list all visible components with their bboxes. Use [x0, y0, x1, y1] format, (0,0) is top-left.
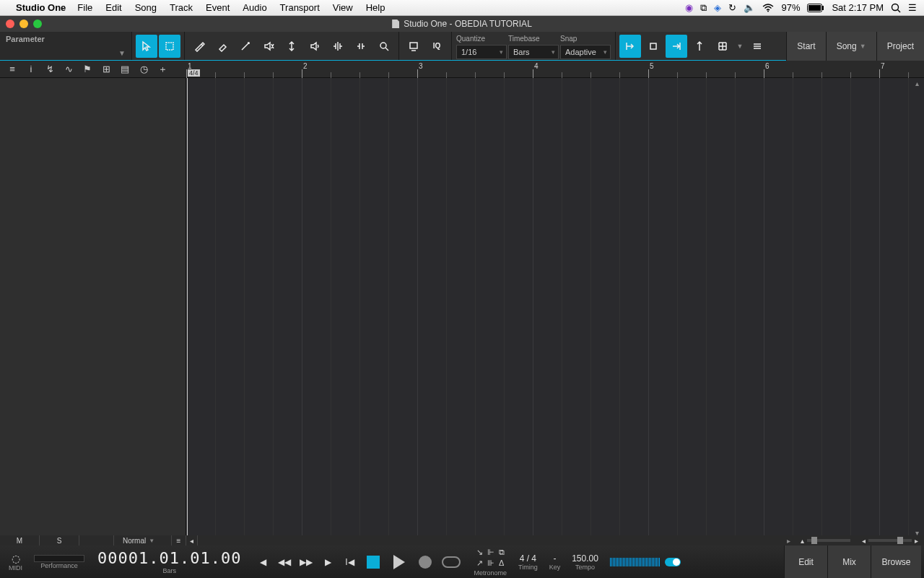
preroll-icon[interactable]: ↘: [476, 548, 483, 557]
start-page-button[interactable]: Start: [786, 32, 825, 61]
menu-track[interactable]: Track: [170, 2, 193, 13]
loop-button[interactable]: [440, 551, 462, 573]
snap-select[interactable]: Adaptive: [560, 45, 611, 59]
bend-tool[interactable]: [281, 35, 302, 58]
return-to-zero-button[interactable]: I◀: [341, 553, 358, 571]
tempo-display[interactable]: 150.00 Tempo: [566, 545, 604, 578]
iq-button[interactable]: IQ: [426, 35, 448, 58]
pool-tool[interactable]: [403, 35, 424, 58]
menu-transport[interactable]: Transport: [280, 2, 320, 13]
strip-silence-tool[interactable]: [327, 35, 349, 58]
macro-tool[interactable]: [350, 35, 372, 58]
timecode-display[interactable]: 00001.01.01.00 Bars: [90, 549, 248, 574]
sync-icon[interactable]: ◉: [685, 2, 693, 13]
envelope-icon[interactable]: ∿: [59, 61, 78, 77]
add-track-icon[interactable]: ＋: [153, 61, 172, 77]
record-button[interactable]: [414, 551, 436, 573]
bar-marker: 7: [881, 62, 885, 70]
timebase-select[interactable]: Bars: [508, 45, 559, 59]
timesig-flag[interactable]: 4/4: [188, 69, 200, 77]
bar-marker: 2: [303, 62, 308, 70]
go-to-end-button[interactable]: ▶: [319, 553, 336, 571]
performance-meter[interactable]: Performance: [28, 545, 90, 578]
precount-icon[interactable]: ⧉: [499, 548, 505, 557]
track-list-icon[interactable]: ≡: [3, 61, 22, 77]
list-icon[interactable]: ≡: [172, 535, 186, 545]
edit-view-button[interactable]: Edit: [784, 545, 827, 578]
app-name[interactable]: Studio One: [16, 2, 66, 13]
svg-rect-3: [808, 5, 821, 11]
nav-right-icon[interactable]: ▸: [783, 537, 795, 545]
snap-toggle[interactable]: [642, 35, 664, 58]
folder-icon[interactable]: ▤: [116, 61, 134, 77]
mute-all-button[interactable]: M: [0, 535, 40, 545]
uad-icon[interactable]: ◈: [714, 2, 721, 13]
follow-button[interactable]: [666, 35, 687, 58]
menu-list-icon[interactable]: ☰: [908, 2, 917, 13]
automation-icon[interactable]: ↯: [40, 61, 59, 77]
project-page-button[interactable]: Project: [876, 32, 924, 61]
menu-song[interactable]: Song: [135, 2, 157, 13]
autoscroll-button[interactable]: [619, 35, 641, 58]
solo-all-button[interactable]: S: [40, 535, 79, 545]
timeline-ruler[interactable]: 1 4/4 2 3 4 5 6 7: [186, 61, 924, 78]
master-mute-toggle[interactable]: [665, 558, 681, 566]
arrange-grid[interactable]: ▴ ▾: [186, 78, 924, 538]
minimize-button[interactable]: [19, 20, 28, 28]
zoom-horizontal[interactable]: ◂▸: [856, 537, 924, 545]
mix-view-button[interactable]: Mix: [827, 545, 871, 578]
group-icon[interactable]: ⊞: [97, 61, 116, 77]
count-icon[interactable]: ⊪: [487, 558, 494, 568]
draw-tool[interactable]: [188, 35, 210, 58]
go-to-end-back-button[interactable]: ◀: [254, 553, 271, 571]
menu-help[interactable]: Help: [366, 2, 385, 13]
menu-file[interactable]: File: [77, 2, 92, 13]
song-page-button[interactable]: Song▼: [826, 32, 876, 61]
menu-audio[interactable]: Audio: [243, 2, 266, 13]
mute-tool[interactable]: [258, 35, 279, 58]
parameter-display[interactable]: Parameter ▼: [0, 32, 131, 60]
svg-rect-8: [410, 43, 417, 48]
maximize-button[interactable]: [33, 20, 42, 28]
performance-bar: [34, 555, 84, 562]
menu-event[interactable]: Event: [206, 2, 230, 13]
spotlight-icon[interactable]: [891, 3, 901, 13]
listen-tool[interactable]: [304, 35, 326, 58]
eraser-tool[interactable]: [212, 35, 233, 58]
arrow-tool[interactable]: [136, 35, 157, 58]
close-button[interactable]: [6, 20, 14, 28]
menu-view[interactable]: View: [333, 2, 353, 13]
timesig-display[interactable]: 4 / 4 Timing: [513, 545, 544, 578]
autopunch-icon[interactable]: ⊩: [487, 548, 494, 557]
zoom-vertical[interactable]: ▴: [795, 537, 856, 545]
marker-button[interactable]: [689, 35, 710, 58]
document-icon: [392, 20, 399, 28]
stop-button[interactable]: [362, 551, 384, 573]
volume-icon[interactable]: 🔈: [744, 2, 755, 13]
rewind-button[interactable]: ◀◀: [276, 553, 293, 571]
quantize-select[interactable]: 1/16: [456, 45, 507, 59]
range-tool[interactable]: [159, 35, 180, 58]
flag-icon[interactable]: ⚑: [78, 61, 97, 77]
height-select[interactable]: Normal▼: [114, 535, 172, 545]
wifi-icon[interactable]: [762, 4, 774, 12]
dropbox-icon[interactable]: ⧉: [700, 2, 707, 14]
play-button[interactable]: [388, 551, 410, 573]
split-tool[interactable]: [235, 35, 256, 58]
track-info-icon[interactable]: i: [22, 61, 40, 77]
metronome-icon[interactable]: Δ: [499, 558, 504, 568]
browse-view-button[interactable]: Browse: [871, 545, 921, 578]
click-icon[interactable]: ↗: [476, 558, 483, 568]
forward-button[interactable]: ▶▶: [297, 553, 315, 571]
grid-button[interactable]: [712, 35, 733, 58]
scroll-up-icon[interactable]: ▴: [915, 79, 923, 87]
nav-left-icon[interactable]: ◂: [186, 535, 198, 545]
auto-zoom-tool[interactable]: [373, 35, 395, 58]
track-list-panel[interactable]: [0, 78, 186, 538]
key-display[interactable]: - Key: [544, 545, 567, 578]
timemachine-icon[interactable]: ↻: [728, 2, 736, 13]
layers-button[interactable]: [746, 35, 768, 58]
grid-dropdown[interactable]: ▼: [735, 35, 745, 58]
clock-icon[interactable]: ◷: [134, 61, 153, 77]
menu-edit[interactable]: Edit: [105, 2, 121, 13]
